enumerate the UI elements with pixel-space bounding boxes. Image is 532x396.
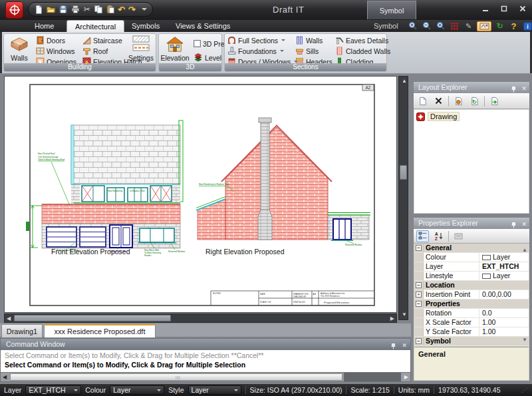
property-section-properties[interactable]: − Properties [414, 299, 529, 309]
property-section-general[interactable]: − General ▲ [414, 244, 529, 253]
tab-architectural[interactable]: Architectural [66, 20, 124, 32]
door-icon [36, 36, 45, 45]
canvas-vertical-scrollbar[interactable]: ▲ ▼ [398, 76, 408, 320]
layout-explorer-header[interactable]: Layout Explorer ✕ [414, 82, 529, 93]
windows-button[interactable]: Windows [36, 46, 75, 56]
sections-walls-button[interactable]: Walls [295, 35, 323, 45]
svg-text:SCALE 1:50: SCALE 1:50 [260, 301, 271, 303]
refresh-icon[interactable]: ↻ [494, 21, 505, 31]
pin-icon[interactable] [390, 343, 396, 349]
help-icon[interactable]: ? [508, 21, 519, 31]
tab-home[interactable]: Home [27, 20, 62, 32]
cladded-walls-button[interactable]: Cladded Walls [335, 46, 390, 56]
command-scrollbar[interactable]: ◀ ||| ▶ [1, 372, 410, 381]
elevation-button[interactable]: Elevation [160, 35, 190, 65]
walls-button[interactable]: Walls [5, 35, 34, 65]
redo-icon[interactable]: ↷ [128, 4, 136, 15]
full-sections-button[interactable]: Full Sections [227, 35, 285, 45]
close-layout-explorer-icon[interactable]: ✕ [521, 83, 527, 95]
minimize-button[interactable] [480, 4, 491, 13]
resize-grip[interactable]: ⋰ [521, 387, 528, 393]
staircase-icon [82, 36, 91, 45]
grid-scroll-down-icon[interactable]: ▼ [522, 335, 527, 344]
level-button[interactable]: Level [194, 53, 221, 63]
undo-icon[interactable]: ↶ [118, 4, 126, 15]
layer-dropdown[interactable]: EXT_HTCH [25, 385, 81, 395]
zoom-in-icon[interactable] [407, 21, 418, 31]
property-section-symbol[interactable]: − Symbol ▼ [414, 337, 529, 346]
tab-views-settings[interactable]: Views & Settings [168, 20, 238, 32]
zoom-out-icon[interactable] [421, 21, 432, 31]
new-icon[interactable] [34, 4, 43, 15]
command-scroll-thumb[interactable]: ||| [10, 373, 342, 381]
scroll-right-icon[interactable]: ▶ [390, 316, 394, 321]
hscroll-thumb[interactable] [14, 315, 171, 321]
maximize-button[interactable] [499, 4, 509, 13]
foundations-button[interactable]: Foundations [227, 46, 284, 56]
new-layout-icon[interactable] [416, 95, 429, 107]
print-icon[interactable] [70, 4, 80, 15]
colour-caret-icon [157, 389, 161, 391]
alphabetical-sort-icon[interactable]: AZ [432, 230, 445, 242]
scroll-left-icon[interactable]: ◀ [7, 316, 11, 321]
vscroll-thumb[interactable] [400, 165, 407, 180]
save-icon[interactable] [59, 4, 68, 15]
app-menu-button[interactable] [5, 1, 23, 19]
sills-button[interactable]: Sills [295, 46, 319, 56]
property-row-insertion-point[interactable]: + Insertion Point 0.00,0.00 [414, 290, 529, 299]
roof-button[interactable]: Roof [82, 46, 108, 56]
command-window-title: Command Window [6, 340, 65, 348]
symbol-context-tab[interactable]: Symbol [367, 1, 416, 19]
zoom-window-icon[interactable] [435, 21, 446, 31]
doors-button[interactable]: Doors [36, 35, 65, 45]
cut-icon[interactable]: ✂ [83, 4, 91, 15]
settings-button[interactable]: Settings [126, 35, 156, 65]
3d-preview-checkbox[interactable] [194, 40, 201, 47]
tab-residence-proposed[interactable]: xxx Residence Proposed.dft [44, 324, 156, 337]
style-dropdown[interactable]: Layer [188, 385, 241, 395]
staircase-button[interactable]: Staircase [82, 35, 122, 45]
tab-symbols[interactable]: Symbols [124, 20, 168, 32]
property-row-layer[interactable]: Layer EXT_HTCH [414, 262, 529, 272]
command-scroll-left-icon[interactable]: ◀ [3, 375, 7, 380]
tab-drawing1[interactable]: Drawing1 [1, 324, 43, 337]
qat-dropdown-icon[interactable] [142, 8, 147, 11]
paste-icon[interactable] [106, 4, 115, 15]
about-icon[interactable]: i [522, 21, 532, 31]
colour-dropdown[interactable]: Layer [110, 385, 164, 395]
pin-icon[interactable] [511, 86, 517, 93]
scroll-up-icon[interactable]: ▲ [402, 79, 407, 84]
delete-layout-icon[interactable] [432, 95, 445, 107]
property-row-y-scale[interactable]: Y Scale Factor 1.00 [414, 327, 529, 337]
close-properties-explorer-icon[interactable]: ✕ [521, 219, 527, 230]
level-icon [194, 53, 203, 62]
grid-icon[interactable] [449, 21, 460, 31]
command-history[interactable]: Select Command or Item(s) to Modify, Cli… [1, 350, 410, 372]
copy-icon[interactable] [94, 4, 103, 15]
open-icon[interactable] [46, 4, 56, 15]
property-row-colour[interactable]: Colour Layer [414, 253, 529, 262]
close-button[interactable] [517, 4, 528, 13]
svg-text:A2: A2 [366, 85, 371, 90]
refresh-layout-icon[interactable]: ↻ [468, 95, 481, 107]
import-layout-icon[interactable] [488, 95, 501, 107]
svg-text:CHECKED BY: CHECKED BY [293, 296, 307, 298]
property-row-linestyle[interactable]: Linestyle Layer [414, 272, 529, 281]
properties-explorer-header[interactable]: Properties Explorer ✕ [414, 218, 529, 229]
categorized-view-icon[interactable] [416, 230, 429, 242]
svg-text:New Rendering: New Rendering [108, 190, 122, 192]
symbol-editor-icon[interactable] [477, 21, 491, 31]
snap-icon[interactable]: ✎ [463, 21, 474, 31]
property-row-x-scale[interactable]: X Scale Factor 1.00 [414, 318, 529, 327]
command-scroll-right-icon[interactable]: ▶ [404, 375, 408, 380]
drawing-canvas[interactable]: A2 [4, 76, 397, 313]
command-window-header[interactable]: Command Window ✕ [1, 339, 410, 350]
scroll-down-icon[interactable]: ▼ [402, 312, 407, 317]
eaves-details-button[interactable]: Eaves Details [335, 35, 388, 45]
property-row-rotation[interactable]: Rotation 0.0 [414, 309, 529, 318]
property-section-location[interactable]: − Location [414, 281, 529, 290]
pin-icon[interactable] [511, 222, 517, 228]
canvas-horizontal-scrollbar[interactable]: ◀ ▶ [4, 313, 397, 323]
layout-item-drawing[interactable]: Drawing [414, 110, 529, 121]
layout-properties-icon[interactable] [452, 95, 465, 107]
